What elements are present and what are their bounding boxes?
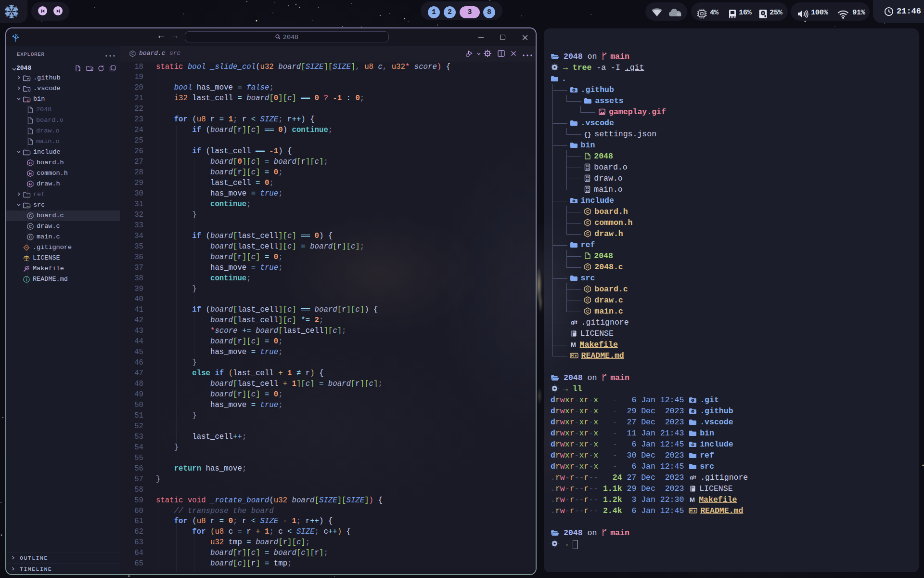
svg-text:git: git — [690, 474, 696, 480]
svg-text:C: C — [586, 220, 589, 225]
svg-text:git: git — [571, 319, 577, 325]
svg-text:C: C — [586, 287, 589, 291]
svg-text:10: 10 — [586, 179, 589, 182]
svg-text:{}: {} — [584, 131, 591, 138]
svg-text:C: C — [29, 235, 32, 239]
svg-text:C: C — [586, 298, 589, 302]
svg-text:C: C — [29, 224, 32, 229]
svg-text:H: H — [29, 182, 32, 186]
svg-text:C: C — [29, 213, 32, 218]
svg-text:C: C — [586, 209, 589, 214]
svg-text:C: C — [586, 309, 589, 314]
svg-text:M: M — [571, 341, 576, 348]
svg-text:M: M — [690, 496, 695, 503]
svg-text:C: C — [131, 52, 134, 56]
svg-text:H: H — [29, 171, 32, 176]
svg-text:C: C — [586, 264, 589, 269]
svg-text:<>: <> — [26, 205, 30, 208]
svg-text:10: 10 — [586, 168, 589, 171]
svg-text:H: H — [29, 161, 32, 165]
svg-text:10: 10 — [586, 190, 589, 193]
svg-text:C: C — [586, 231, 589, 236]
